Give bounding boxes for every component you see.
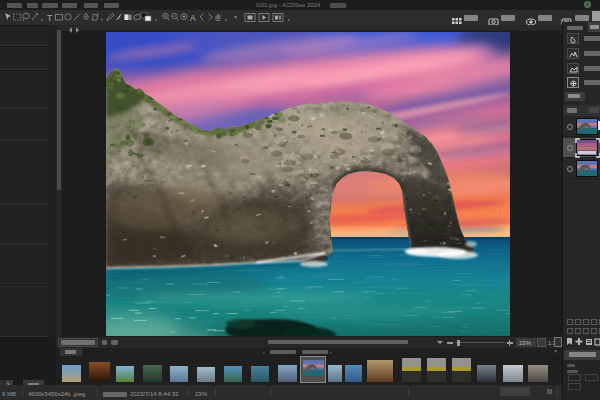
- svg-text:A: A: [190, 13, 196, 23]
- svg-text:T: T: [47, 13, 52, 23]
